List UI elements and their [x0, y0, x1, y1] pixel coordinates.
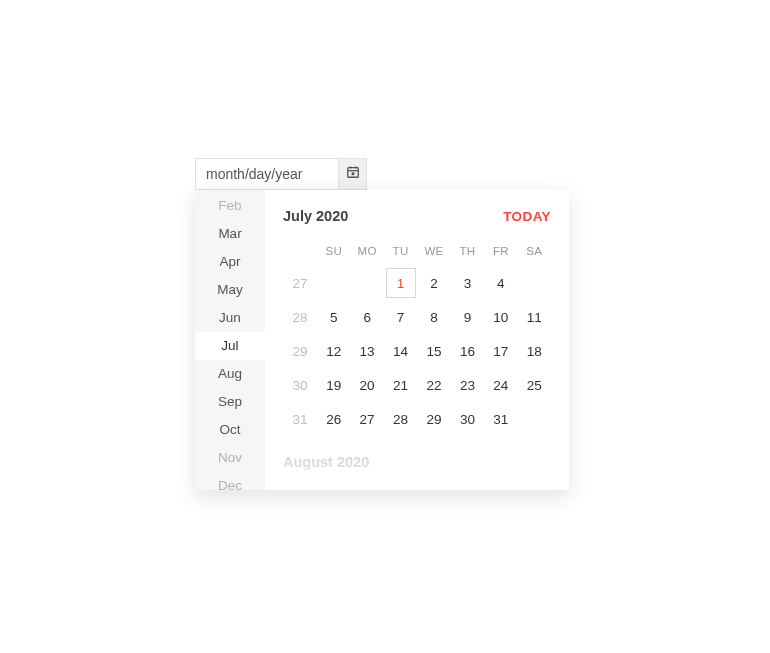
calendar-panel: July 2020 TODAY SUMOTUWETHFRSA2712342856… [265, 190, 569, 490]
day-cell[interactable]: 26 [317, 404, 350, 434]
dow-spacer [283, 238, 317, 264]
calendar-title: July 2020 [283, 208, 348, 224]
day-cell[interactable]: 28 [384, 404, 417, 434]
month-item-feb[interactable]: Feb [195, 192, 265, 220]
day-cell[interactable]: 9 [451, 302, 484, 332]
day-cell[interactable]: 10 [484, 302, 517, 332]
month-item-dec[interactable]: Dec [195, 472, 265, 490]
week-index: 28 [283, 302, 317, 332]
dow-header: WE [417, 238, 450, 264]
date-input[interactable]: month/day/year [195, 158, 367, 190]
week-index: 31 [283, 404, 317, 434]
month-list[interactable]: FebMarAprMayJunJulAugSepOctNovDec [195, 190, 265, 490]
day-cell [317, 268, 350, 298]
next-month-title: August 2020 [283, 454, 551, 470]
day-cell[interactable]: 7 [384, 302, 417, 332]
day-cell [518, 268, 551, 298]
calendar-grid: SUMOTUWETHFRSA27123428567891011291213141… [283, 238, 551, 434]
day-cell [350, 268, 383, 298]
dow-header: SU [317, 238, 350, 264]
dow-header: FR [484, 238, 517, 264]
day-cell [518, 404, 551, 434]
day-cell[interactable]: 12 [317, 336, 350, 366]
day-cell[interactable]: 31 [484, 404, 517, 434]
month-item-mar[interactable]: Mar [195, 220, 265, 248]
dow-header: SA [518, 238, 551, 264]
today-button[interactable]: TODAY [503, 209, 551, 224]
month-item-sep[interactable]: Sep [195, 388, 265, 416]
day-cell[interactable]: 19 [317, 370, 350, 400]
day-cell[interactable]: 6 [350, 302, 383, 332]
month-item-nov[interactable]: Nov [195, 444, 265, 472]
day-cell[interactable]: 22 [417, 370, 450, 400]
week-index: 27 [283, 268, 317, 298]
day-cell[interactable]: 30 [451, 404, 484, 434]
day-cell[interactable]: 20 [350, 370, 383, 400]
day-cell-today[interactable]: 1 [384, 268, 417, 298]
day-cell[interactable]: 5 [317, 302, 350, 332]
day-cell[interactable]: 8 [417, 302, 450, 332]
week-index: 29 [283, 336, 317, 366]
date-input-wrapper: month/day/year [195, 158, 367, 190]
date-input-placeholder: month/day/year [196, 166, 338, 182]
calendar-toggle-button[interactable] [338, 159, 366, 189]
dow-header: TH [451, 238, 484, 264]
day-cell[interactable]: 4 [484, 268, 517, 298]
dow-header: TU [384, 238, 417, 264]
day-cell[interactable]: 27 [350, 404, 383, 434]
day-cell[interactable]: 16 [451, 336, 484, 366]
day-cell[interactable]: 14 [384, 336, 417, 366]
day-cell[interactable]: 17 [484, 336, 517, 366]
datepicker-popup: FebMarAprMayJunJulAugSepOctNovDec July 2… [195, 190, 569, 490]
day-cell[interactable]: 18 [518, 336, 551, 366]
week-index: 30 [283, 370, 317, 400]
month-item-apr[interactable]: Apr [195, 248, 265, 276]
calendar-icon [346, 165, 360, 183]
month-item-oct[interactable]: Oct [195, 416, 265, 444]
month-item-jul[interactable]: Jul [195, 332, 265, 360]
day-cell[interactable]: 3 [451, 268, 484, 298]
svg-rect-4 [351, 172, 354, 175]
day-cell[interactable]: 25 [518, 370, 551, 400]
day-cell[interactable]: 24 [484, 370, 517, 400]
month-item-aug[interactable]: Aug [195, 360, 265, 388]
day-cell[interactable]: 29 [417, 404, 450, 434]
day-cell[interactable]: 21 [384, 370, 417, 400]
day-cell[interactable]: 13 [350, 336, 383, 366]
month-item-may[interactable]: May [195, 276, 265, 304]
day-cell[interactable]: 23 [451, 370, 484, 400]
day-cell[interactable]: 2 [417, 268, 450, 298]
day-cell[interactable]: 11 [518, 302, 551, 332]
day-cell[interactable]: 15 [417, 336, 450, 366]
month-item-jun[interactable]: Jun [195, 304, 265, 332]
dow-header: MO [350, 238, 383, 264]
calendar-header: July 2020 TODAY [283, 208, 551, 224]
